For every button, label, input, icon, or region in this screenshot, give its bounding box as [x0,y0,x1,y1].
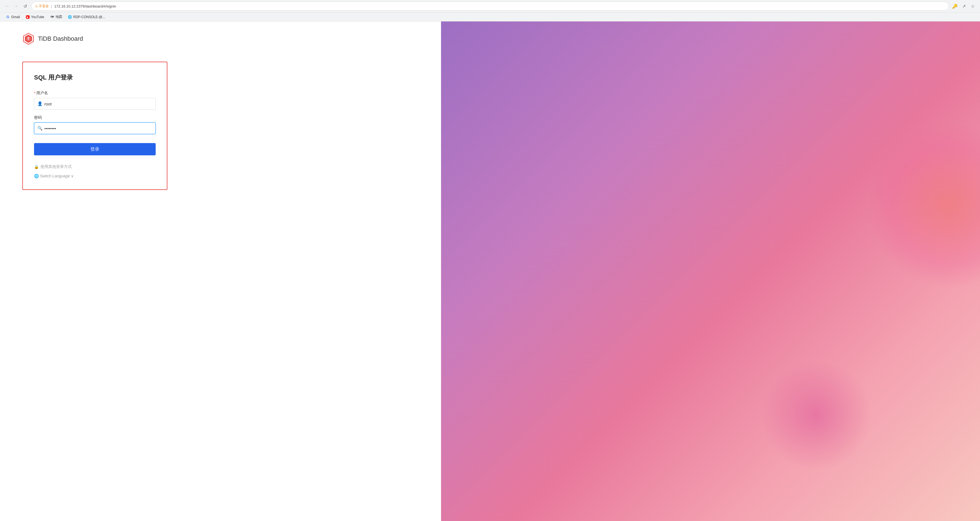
url-separator: | [51,4,52,8]
share-button[interactable]: ↗ [960,2,968,10]
tidb-logo-icon: T [22,33,35,45]
maps-label: 地図 [56,14,62,19]
rdp-label: RDP-CONSOLE-@... [73,15,105,19]
globe-icon: 🌐 [34,174,39,178]
bookmark-button[interactable]: ☆ [969,2,977,10]
left-panel: T TiDB Dashboard SQL 用户登录 * 用户名 👤 [0,21,441,521]
forward-button[interactable]: → [12,2,20,10]
switch-language-text: Switch Language [40,174,70,178]
login-card: SQL 用户登录 * 用户名 👤 密码 🔍 [22,62,167,190]
switch-language[interactable]: 🌐 Switch Language ∨ [34,174,156,178]
other-login-icon: 🔒 [34,165,39,169]
main-content: T TiDB Dashboard SQL 用户登录 * 用户名 👤 [0,21,980,521]
bookmark-gmail[interactable]: G Gmail [3,14,22,20]
username-input[interactable] [34,98,156,110]
back-button[interactable]: ← [3,2,11,10]
reload-button[interactable]: ↺ [21,2,29,10]
password-label: 密码 [34,115,156,120]
gmail-favicon: G [6,15,10,19]
svg-text:T: T [27,37,30,41]
bookmark-rdp[interactable]: 🌐 RDP-CONSOLE-@... [65,14,107,20]
bookmark-maps[interactable]: 🗺 地図 [48,14,64,20]
password-input-wrapper: 🔍 [34,122,156,134]
password-field: 密码 🔍 [34,115,156,134]
chevron-down-icon: ∨ [71,174,74,178]
gmail-label: Gmail [11,15,20,19]
username-required: * [34,91,35,95]
bookmarks-bar: G Gmail ▶ YouTube 🗺 地図 🌐 RDP-CONSOLE-@..… [0,12,980,21]
lock-icon: 🔍 [37,126,43,131]
username-label-text: 用户名 [36,91,48,96]
other-login: 🔒 使用其他登录方式 [34,164,156,169]
warning-icon: ⚠ [35,4,38,8]
username-label: * 用户名 [34,91,156,96]
security-warning-text: 不安全 [39,4,49,9]
login-button[interactable]: 登录 [34,143,156,156]
browser-chrome: ← → ↺ ⚠ 不安全 | 172.16.10.12:2379/dashboar… [0,0,980,21]
rdp-favicon: 🌐 [68,15,72,19]
right-panel [441,21,980,521]
logo-area: T TiDB Dashboard [22,33,419,45]
bookmark-youtube[interactable]: ▶ YouTube [23,14,46,20]
security-warning: ⚠ 不安全 [35,4,49,9]
youtube-favicon: ▶ [25,15,30,19]
url-text: 172.16.10.12:2379/dashboard/#/signin [54,4,116,8]
nav-buttons: ← → ↺ [3,2,29,10]
username-field: * 用户名 👤 [34,91,156,110]
youtube-label: YouTube [31,15,44,19]
password-label-text: 密码 [34,115,42,120]
form-title: SQL 用户登录 [34,73,156,82]
user-icon: 👤 [37,101,43,106]
key-button[interactable]: 🔑 [951,2,959,10]
toolbar-actions: 🔑 ↗ ☆ [951,2,977,10]
maps-favicon: 🗺 [50,15,54,19]
address-bar[interactable]: ⚠ 不安全 | 172.16.10.12:2379/dashboard/#/si… [31,2,949,11]
password-input[interactable] [34,122,156,134]
username-input-wrapper: 👤 [34,98,156,110]
browser-toolbar: ← → ↺ ⚠ 不安全 | 172.16.10.12:2379/dashboar… [0,0,980,12]
app-title: TiDB Dashboard [38,35,83,42]
other-login-text: 使用其他登录方式 [40,164,72,169]
